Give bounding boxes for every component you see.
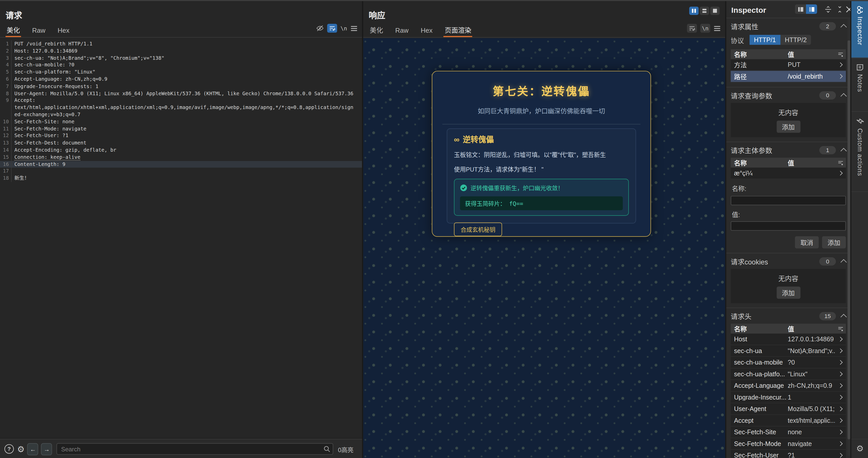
request-menu-icon[interactable] (350, 25, 358, 31)
response-tab[interactable]: 美化 (369, 23, 384, 37)
sidebar-tab-custom-actions[interactable]: Custom actions (851, 112, 868, 192)
search-icon (324, 446, 331, 453)
request-tab[interactable]: Raw (31, 24, 46, 37)
code-line: 6Accept-Language: zh-CN,zh;q=0.9 (0, 76, 362, 83)
wrap-column-icon[interactable] (835, 51, 846, 57)
sidebar-tab-inspector[interactable]: Inspector (851, 1, 868, 58)
header-row[interactable]: Sec-Fetch-Modenavigate (731, 438, 846, 450)
word-wrap-toggle[interactable] (327, 24, 337, 33)
add-button[interactable]: 添加 (822, 236, 846, 249)
wrap-column-icon[interactable] (835, 160, 846, 166)
chevron-right-icon (838, 337, 842, 341)
word-wrap-toggle[interactable] (687, 24, 697, 33)
response-tab[interactable]: 页面渲染 (444, 23, 472, 37)
header-row[interactable]: User-AgentMozilla/5.0 (X11; ... (731, 403, 846, 415)
table-header: 名称 值 (731, 324, 846, 334)
wrap-column-icon[interactable] (835, 326, 846, 332)
response-panel-title: 响应 (363, 1, 725, 21)
response-menu-icon[interactable] (713, 25, 721, 31)
sidebar-tab-notes[interactable]: Notes (851, 58, 868, 112)
cancel-button[interactable]: 取消 (795, 236, 819, 249)
response-tab[interactable]: Hex (420, 24, 434, 37)
chevron-up-icon[interactable] (840, 259, 847, 265)
add-cookie-button[interactable]: 添加 (776, 287, 800, 299)
chevron-up-icon[interactable] (840, 24, 847, 30)
empty-text: 无内容 (778, 107, 798, 117)
chevron-up-icon[interactable] (840, 148, 847, 154)
newline-toggle[interactable]: \n (341, 25, 347, 31)
section-request-headers: 请求头 15 名称 值 Host127.0.0.1:34869 sec-ch-u… (726, 308, 850, 458)
request-panel: 请求 美化RawHex \n 1PUT /void_rebirth HTTP/1… (0, 1, 362, 438)
chevron-right-icon (838, 62, 842, 67)
forge-key-button[interactable]: 合成玄机秘钥 (454, 222, 502, 236)
notes-icon (857, 64, 864, 71)
code-line: 14Accept-Encoding: gzip, deflate, br (0, 146, 362, 154)
code-line: 10Sec-Fetch-Site: none (0, 118, 362, 125)
header-row[interactable]: Host127.0.0.1:34869 (731, 334, 846, 346)
header-row[interactable]: sec-ch-ua-mobile?0 (731, 357, 846, 369)
vertical-split-icon[interactable] (689, 7, 699, 15)
protocol-http2-button[interactable]: HTTP/2 (780, 35, 811, 45)
table-header: 名称 值 (731, 49, 846, 59)
header-row[interactable]: Sec-Fetch-Sitenone (731, 427, 846, 438)
header-row[interactable]: Sec-Fetch-User?1 (731, 450, 846, 458)
settings-gear-icon[interactable]: ⚙ (851, 439, 868, 458)
attribute-row[interactable]: 方法PUT (731, 59, 846, 71)
chevron-right-icon (838, 406, 842, 411)
header-row[interactable]: sec-ch-ua"Not)A;Brand";v... (731, 345, 846, 357)
section-request-cookies: 请求cookies 0 无内容 添加 (726, 254, 850, 308)
horizontal-split-icon[interactable] (700, 7, 709, 15)
code-line: 15Connection: keep-alive (0, 154, 362, 161)
app-window: 请求 美化RawHex \n 1PUT /void_rebirth HTTP/1… (0, 0, 868, 458)
param-name-input[interactable] (731, 196, 846, 205)
section-label: 请求属性 (731, 21, 819, 31)
divider (442, 124, 641, 124)
newline-toggle[interactable]: \n (700, 24, 710, 33)
code-line: 2Host: 127.0.0.1:34869 (0, 47, 362, 55)
protocol-label: 协议 (731, 35, 744, 45)
search-next-button[interactable]: → (41, 443, 52, 455)
response-tab[interactable]: Raw (394, 24, 410, 37)
chevron-up-icon[interactable] (840, 93, 847, 100)
inspector-scrollbar[interactable] (847, 19, 850, 456)
param-value-input[interactable] (731, 221, 846, 231)
header-row[interactable]: sec-ch-ua-platfo..."Linux" (731, 368, 846, 380)
close-icon[interactable] (846, 6, 850, 13)
header-row[interactable]: Accept-Languagezh-CN,zh;q=0.9 (731, 380, 846, 392)
hide-invisibles-icon[interactable] (316, 24, 324, 32)
expand-all-icon[interactable] (824, 6, 832, 13)
search-prev-button[interactable]: ← (27, 443, 38, 455)
empty-text: 无内容 (778, 273, 798, 283)
search-input[interactable] (57, 443, 334, 455)
single-pane-icon[interactable] (710, 7, 720, 15)
chevron-right-icon (838, 349, 842, 353)
pane-left-icon[interactable] (795, 4, 806, 14)
attribute-row[interactable]: 路径/void_rebirth (731, 71, 846, 83)
code-line: ed-exchange;v=b3;q=0.7 (0, 111, 362, 119)
count-badge: 2 (819, 22, 836, 30)
chevron-up-icon[interactable] (840, 314, 847, 320)
level-title: 第七关：逆转傀儡 (432, 83, 651, 99)
section-label: 请求cookies (731, 256, 819, 266)
pane-right-icon[interactable] (806, 4, 817, 14)
request-editor[interactable]: 1PUT /void_rebirth HTTP/1.1 2Host: 127.0… (0, 38, 362, 438)
task-heading: ∞逆转傀儡 (454, 133, 629, 144)
highlight-count: 0高亮 (338, 445, 353, 453)
protocol-http1-button[interactable]: HTTP/1 (749, 35, 780, 45)
lightning-icon (856, 118, 864, 125)
request-tab[interactable]: Hex (57, 24, 70, 37)
request-tab[interactable]: 美化 (6, 23, 21, 37)
code-line: 9Accept: (0, 97, 362, 104)
collapse-all-icon[interactable] (836, 6, 843, 13)
add-query-param-button[interactable]: 添加 (776, 121, 800, 133)
code-line: 13Sec-Fetch-Dest: document (0, 139, 362, 146)
body-param-row[interactable]: æ°çï¼ (731, 168, 846, 179)
header-row[interactable]: Upgrade-Insecur...1 (731, 392, 846, 403)
sidebar-tab-label: Inspector (857, 17, 863, 45)
help-icon[interactable]: ? (4, 444, 14, 454)
response-tabs: 美化RawHex页面渲染 \n (363, 23, 725, 38)
header-row[interactable]: Accepttext/html,applic... (731, 415, 846, 427)
name-field-label: 名称: (732, 184, 845, 193)
section-query-params: 请求查询参数 0 无内容 添加 (726, 87, 850, 142)
editor-settings-gear-icon[interactable]: ⚙ (17, 444, 25, 454)
